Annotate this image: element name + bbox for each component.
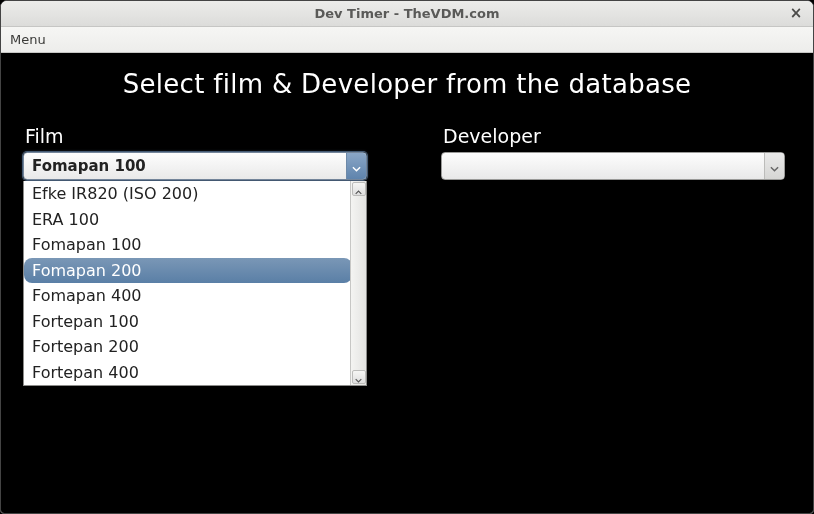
developer-combobox[interactable] xyxy=(441,152,785,180)
developer-combobox-arrow xyxy=(764,153,784,179)
film-label: Film xyxy=(23,125,367,147)
chevron-down-icon xyxy=(770,157,779,176)
option-label: Fomapan 400 xyxy=(32,286,142,305)
film-combobox-value: Fomapan 100 xyxy=(24,153,346,179)
developer-column: Developer xyxy=(441,125,785,180)
developer-combobox-value xyxy=(442,153,764,179)
option-label: Fomapan 100 xyxy=(32,235,142,254)
film-dropdown-scrollbar[interactable] xyxy=(350,181,366,385)
option-label: Efke IR820 (ISO 200) xyxy=(32,184,198,203)
film-dropdown[interactable]: Efke IR820 (ISO 200) ERA 100 Fomapan 100… xyxy=(23,181,367,386)
film-column: Film Fomapan 100 xyxy=(23,125,367,180)
option-label: Fortepan 100 xyxy=(32,312,139,331)
film-option[interactable]: Fomapan 100 xyxy=(24,232,350,258)
film-option[interactable]: Efke IR820 (ISO 200) xyxy=(24,181,350,207)
scroll-up-button[interactable] xyxy=(352,182,366,196)
titlebar: Dev Timer - TheVDM.com × xyxy=(1,1,813,27)
film-option[interactable]: Fortepan 100 xyxy=(24,309,350,335)
window-title: Dev Timer - TheVDM.com xyxy=(314,6,499,21)
film-option[interactable]: ERA 100 xyxy=(24,207,350,233)
developer-label: Developer xyxy=(441,125,785,147)
menubar: Menu xyxy=(1,27,813,53)
film-combobox[interactable]: Fomapan 100 xyxy=(23,152,367,180)
chevron-down-icon xyxy=(352,157,361,176)
app-window: Dev Timer - TheVDM.com × Menu Select fil… xyxy=(0,0,814,514)
scroll-down-button[interactable] xyxy=(352,370,366,384)
option-label: Fomapan 200 xyxy=(32,261,142,280)
window-close-button[interactable]: × xyxy=(787,4,805,22)
option-label: Fortepan 400 xyxy=(32,363,139,382)
film-dropdown-list: Efke IR820 (ISO 200) ERA 100 Fomapan 100… xyxy=(24,181,350,385)
page-headline: Select film & Developer from the databas… xyxy=(23,69,791,99)
film-combobox-arrow xyxy=(346,153,366,179)
option-label: ERA 100 xyxy=(32,210,99,229)
chevron-down-icon xyxy=(355,368,362,387)
film-option[interactable]: Fomapan 400 xyxy=(24,283,350,309)
option-label: Fortepan 200 xyxy=(32,337,139,356)
film-option[interactable]: Fortepan 400 xyxy=(24,360,350,386)
content-area: Select film & Developer from the databas… xyxy=(1,53,813,513)
scroll-track[interactable] xyxy=(352,196,366,370)
film-option[interactable]: Fortepan 200 xyxy=(24,334,350,360)
film-option[interactable]: Fomapan 200 xyxy=(24,258,352,284)
menu-item-label: Menu xyxy=(10,32,46,47)
close-icon: × xyxy=(790,6,803,21)
menu-item-menu[interactable]: Menu xyxy=(1,27,55,52)
columns: Film Fomapan 100 Developer xyxy=(23,125,791,180)
